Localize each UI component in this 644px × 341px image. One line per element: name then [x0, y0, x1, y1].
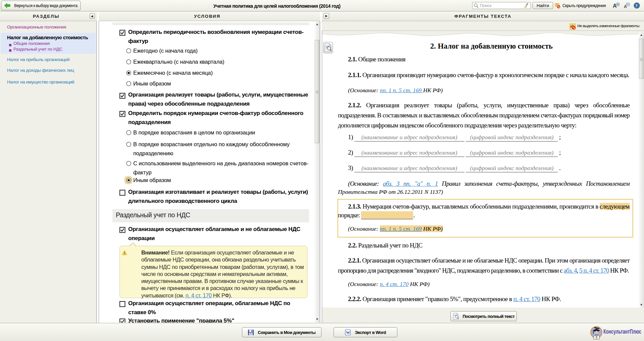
svg-text:W: W [346, 330, 350, 335]
svg-text:?: ? [636, 3, 638, 8]
